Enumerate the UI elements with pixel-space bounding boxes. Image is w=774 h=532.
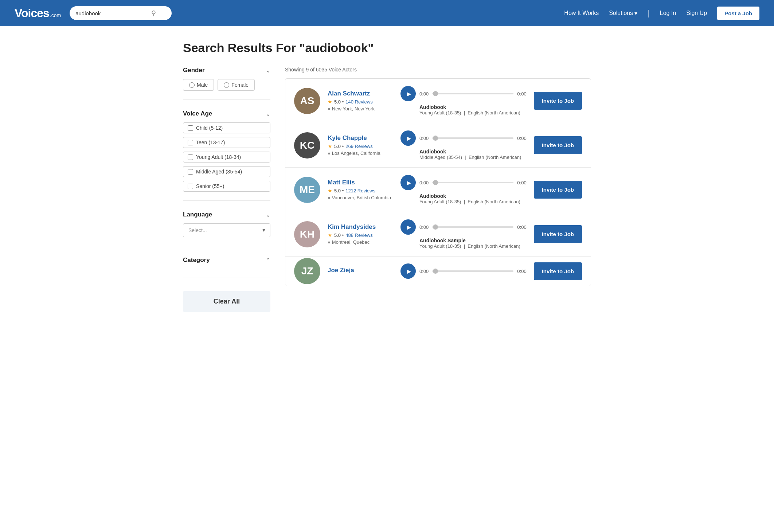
audio-tags: Young Adult (18-35) | English (North Ame… — [419, 243, 527, 249]
post-job-button[interactable]: Post a Job — [717, 7, 759, 20]
gender-male[interactable]: Male — [183, 79, 214, 91]
nav-signup[interactable]: Sign Up — [686, 10, 707, 16]
audio-category: Audiobook Sample — [419, 238, 527, 243]
invite-to-job-button[interactable]: Invite to Job — [534, 92, 582, 110]
actor-rating: ★ 5.0 • 269 Reviews — [328, 143, 393, 149]
star-icon: ★ — [328, 188, 332, 193]
play-button[interactable]: ▶ — [400, 219, 416, 235]
play-icon: ▶ — [407, 268, 411, 275]
actor-location: ● Montreal, Quebec — [328, 239, 393, 245]
actor-info: Kim Handysides ★ 5.0 • 488 Reviews ● Mon… — [328, 223, 393, 245]
reviews-link[interactable]: 488 Reviews — [345, 232, 372, 238]
voice-age-header[interactable]: Voice Age ⌄ — [183, 110, 270, 117]
age-child-checkbox[interactable] — [188, 125, 193, 131]
avatar: ME — [294, 177, 320, 203]
age-teen-checkbox[interactable] — [188, 140, 193, 145]
age-child[interactable]: Child (5-12) — [183, 122, 270, 133]
location-icon: ● — [328, 239, 331, 245]
actor-info: Matt Ellis ★ 5.0 • 1212 Reviews ● Vancou… — [328, 179, 393, 200]
nav: How It Works Solutions ▾ | Log In Sign U… — [564, 7, 759, 20]
gender-chevron: ⌄ — [266, 67, 270, 74]
invite-to-job-button[interactable]: Invite to Job — [534, 262, 582, 280]
gender-female[interactable]: Female — [218, 79, 255, 91]
progress-bar[interactable] — [432, 137, 513, 139]
language-select-wrap: Select... ▼ — [183, 223, 270, 237]
gender-title: Gender — [183, 67, 205, 74]
actor-location: ● Los Angeles, California — [328, 150, 393, 156]
age-young-adult-checkbox[interactable] — [188, 154, 193, 160]
actor-info: Joe Zieja — [328, 267, 393, 275]
time-start: 0:00 — [419, 136, 429, 141]
gender-female-radio[interactable] — [224, 82, 229, 88]
play-button[interactable]: ▶ — [400, 130, 416, 146]
search-bar: ⚲ — [70, 6, 172, 20]
nav-how-it-works[interactable]: How It Works — [564, 10, 599, 16]
time-end: 0:00 — [517, 136, 526, 141]
age-middle-aged-checkbox[interactable] — [188, 169, 193, 175]
actor-name-link[interactable]: Kim Handysides — [328, 223, 393, 231]
invite-to-job-button[interactable]: Invite to Job — [534, 181, 582, 199]
progress-bar[interactable] — [432, 182, 513, 183]
audio-player: ▶ 0:00 0:00 Audiobook Middle Aged (3 — [400, 130, 527, 160]
category-title: Category — [183, 257, 210, 264]
time-end: 0:00 — [517, 180, 526, 185]
audio-category: Audiobook — [419, 104, 527, 110]
actor-name-link[interactable]: Alan Schwartz — [328, 90, 393, 97]
actor-info: Alan Schwartz ★ 5.0 • 140 Reviews ● New … — [328, 90, 393, 112]
play-button[interactable]: ▶ — [400, 263, 416, 279]
clear-all-button[interactable]: Clear All — [183, 291, 270, 312]
nav-login[interactable]: Log In — [660, 10, 676, 16]
search-icon[interactable]: ⚲ — [151, 9, 156, 17]
progress-bar[interactable] — [432, 226, 513, 228]
audio-meta: Audiobook Young Adult (18-35) | English … — [400, 104, 527, 116]
age-senior[interactable]: Senior (55+) — [183, 181, 270, 192]
progress-bar[interactable] — [432, 270, 513, 272]
language-header[interactable]: Language ⌄ — [183, 211, 270, 218]
play-button[interactable]: ▶ — [400, 175, 416, 190]
progress-bar[interactable] — [432, 93, 513, 94]
page-title: Search Results For "audiobook" — [183, 41, 591, 55]
location-icon: ● — [328, 150, 331, 156]
audio-controls: ▶ 0:00 0:00 — [400, 175, 527, 190]
avatar: JZ — [294, 258, 320, 284]
actor-name-link[interactable]: Joe Zieja — [328, 267, 393, 274]
nav-solutions[interactable]: Solutions ▾ — [609, 10, 637, 17]
nav-divider: | — [648, 8, 650, 18]
time-start: 0:00 — [419, 224, 429, 230]
gender-header[interactable]: Gender ⌄ — [183, 67, 270, 74]
avatar: KC — [294, 132, 320, 159]
logo-link[interactable]: Voices .com — [15, 7, 61, 20]
age-young-adult[interactable]: Young Adult (18-34) — [183, 152, 270, 163]
invite-to-job-button[interactable]: Invite to Job — [534, 136, 582, 154]
age-teen[interactable]: Teen (13-17) — [183, 137, 270, 148]
actor-name-link[interactable]: Matt Ellis — [328, 179, 393, 186]
main-layout: Gender ⌄ Male Female — [183, 67, 591, 312]
gender-male-radio[interactable] — [189, 82, 195, 88]
reviews-link[interactable]: 269 Reviews — [345, 144, 372, 149]
age-senior-checkbox[interactable] — [188, 184, 193, 189]
audio-meta: Audiobook Middle Aged (35-54) | English … — [400, 149, 527, 160]
language-select[interactable]: Select... — [183, 223, 270, 237]
reviews-link[interactable]: 1212 Reviews — [345, 188, 375, 193]
actor-name-link[interactable]: Kyle Chapple — [328, 134, 393, 142]
star-icon: ★ — [328, 143, 332, 149]
search-input[interactable] — [75, 10, 148, 16]
gender-options: Male Female — [183, 79, 270, 91]
audio-controls: ▶ 0:00 0:00 — [400, 219, 527, 235]
category-header[interactable]: Category ⌃ — [183, 257, 270, 264]
invite-to-job-button[interactable]: Invite to Job — [534, 225, 582, 243]
age-middle-aged[interactable]: Middle Aged (35-54) — [183, 166, 270, 177]
audio-tags: Middle Aged (35-54) | English (North Ame… — [419, 154, 527, 160]
actor-location: ● Vancouver, British Columbia — [328, 195, 393, 200]
play-button[interactable]: ▶ — [400, 86, 416, 101]
reviews-link[interactable]: 140 Reviews — [345, 99, 372, 105]
play-icon: ▶ — [407, 135, 411, 142]
actor-rating: ★ 5.0 • 488 Reviews — [328, 232, 393, 238]
audio-tags: Young Adult (18-35) | English (North Ame… — [419, 110, 527, 116]
audio-controls: ▶ 0:00 0:00 — [400, 130, 527, 146]
voice-age-chevron: ⌄ — [266, 110, 270, 117]
time-start: 0:00 — [419, 91, 429, 97]
table-row: KH Kim Handysides ★ 5.0 • 488 Reviews ● — [285, 212, 591, 257]
header: Voices .com ⚲ How It Works Solutions ▾ |… — [0, 0, 774, 26]
time-start: 0:00 — [419, 180, 429, 185]
